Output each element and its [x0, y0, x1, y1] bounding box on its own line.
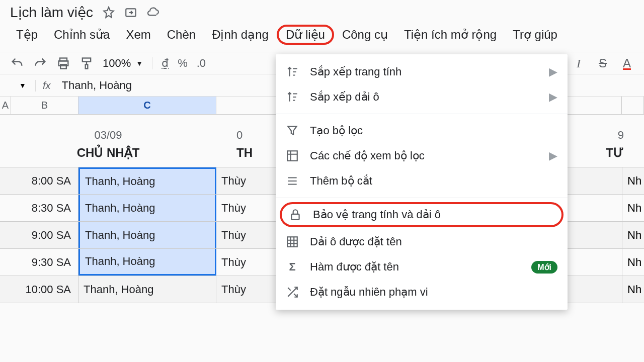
col-header-b[interactable]: B	[11, 97, 78, 114]
print-icon[interactable]	[56, 56, 70, 70]
time-cell[interactable]: 9:00 SA	[0, 222, 78, 248]
filter-icon	[286, 124, 299, 137]
menu-sort-range[interactable]: Sắp xếp dải ô ▶	[276, 84, 568, 110]
cloud-icon[interactable]	[146, 6, 159, 19]
name-cell[interactable]: Thanh, Hoàng	[78, 276, 216, 303]
filter-views-icon	[286, 149, 299, 162]
named-ranges-icon	[286, 235, 299, 248]
move-icon[interactable]	[124, 6, 137, 19]
col-header-a[interactable]: A	[0, 97, 11, 114]
zoom-dropdown[interactable]: 100% ▼	[103, 57, 143, 70]
day-header-sunday: 03/09 CHỦ NHẬT	[0, 129, 216, 160]
decimal-button[interactable]: .0	[197, 57, 206, 70]
menu-named-ranges[interactable]: Dải ô được đặt tên	[276, 229, 568, 254]
svg-rect-4	[83, 58, 91, 62]
submenu-arrow-icon: ▶	[549, 149, 557, 162]
name-cell[interactable]: Thanh, Hoàng	[78, 222, 216, 248]
slicer-icon	[286, 174, 299, 188]
name-cell[interactable]: Nh	[622, 195, 644, 221]
time-cell[interactable]: 8:00 SA	[0, 167, 78, 194]
submenu-arrow-icon: ▶	[549, 90, 557, 104]
redo-icon[interactable]	[33, 56, 47, 70]
col-header-c[interactable]: C	[78, 97, 216, 114]
svg-rect-6	[291, 214, 299, 220]
menu-extensions[interactable]: Tiện ích mở rộng	[396, 25, 505, 45]
data-menu-dropdown: Sắp xếp trang tính ▶ Sắp xếp dải ô ▶ Tạo…	[276, 54, 568, 310]
name-cell[interactable]: Nh	[622, 249, 644, 276]
new-badge: Mới	[531, 261, 557, 274]
document-title[interactable]: Lịch làm việc	[10, 4, 93, 21]
menu-named-functions[interactable]: Σ Hàm được đặt tên Mới	[276, 254, 568, 280]
name-cell[interactable]: Nh	[622, 276, 644, 303]
shuffle-icon	[286, 286, 299, 299]
name-cell[interactable]: Thanh, Hoàng	[78, 167, 216, 194]
day-header-partial-right: 9 TƯ	[606, 129, 644, 160]
menu-format[interactable]: Định dạng	[204, 25, 277, 45]
menu-filter-views[interactable]: Các chế độ xem bộ lọc ▶	[276, 143, 568, 168]
menu-data[interactable]: Dữ liệu	[277, 25, 334, 45]
day-header-partial-left: 0 TH	[236, 129, 253, 160]
menu-separator	[276, 198, 568, 198]
col-header-right[interactable]	[622, 97, 644, 114]
formula-input[interactable]: Thanh, Hoàng	[58, 79, 132, 92]
svg-rect-7	[287, 237, 297, 247]
time-cell[interactable]: 8:30 SA	[0, 195, 78, 221]
percent-button[interactable]: %	[178, 57, 188, 70]
text-color-icon[interactable]: A	[620, 56, 634, 70]
menu-view[interactable]: Xem	[118, 25, 158, 45]
name-cell[interactable]: Thanh, Hoàng	[78, 195, 216, 221]
menu-protect-sheets[interactable]: Bảo vệ trang tính và dải ô	[280, 202, 564, 227]
star-icon[interactable]	[102, 6, 115, 19]
menu-edit[interactable]: Chỉnh sửa	[46, 25, 118, 45]
menu-randomize-range[interactable]: Đặt ngẫu nhiên phạm vi	[276, 280, 568, 305]
title-bar: Lịch làm việc	[0, 0, 644, 23]
undo-icon[interactable]	[10, 56, 24, 70]
menu-help[interactable]: Trợ giúp	[505, 25, 566, 45]
menu-bar: Tệp Chỉnh sửa Xem Chèn Định dạng Dữ liệu…	[0, 23, 644, 52]
menu-create-filter[interactable]: Tạo bộ lọc	[276, 118, 568, 143]
fx-label: fx	[35, 80, 58, 92]
lock-icon	[289, 208, 302, 221]
time-cell[interactable]: 10:00 SA	[0, 276, 78, 303]
menu-file[interactable]: Tệp	[8, 25, 46, 45]
submenu-arrow-icon: ▶	[549, 65, 557, 78]
currency-button[interactable]: ₫	[162, 57, 169, 70]
strikethrough-icon[interactable]: S	[596, 56, 610, 70]
sort-range-icon	[286, 90, 299, 104]
svg-rect-5	[287, 151, 297, 161]
sigma-icon: Σ	[286, 260, 299, 274]
sort-sheet-icon	[286, 65, 299, 78]
name-cell[interactable]: Nh	[622, 167, 644, 194]
menu-tools[interactable]: Công cụ	[334, 25, 396, 45]
menu-add-slicer[interactable]: Thêm bộ cắt	[276, 168, 568, 194]
paint-format-icon[interactable]	[79, 56, 94, 70]
menu-separator	[276, 114, 568, 114]
time-cell[interactable]: 9:30 SA	[0, 249, 78, 276]
italic-icon[interactable]: I	[572, 56, 586, 70]
menu-sort-sheet[interactable]: Sắp xếp trang tính ▶	[276, 59, 568, 84]
name-cell[interactable]: Nh	[622, 222, 644, 248]
menu-insert[interactable]: Chèn	[159, 25, 204, 45]
name-cell[interactable]: Thanh, Hoàng	[78, 249, 216, 276]
name-box-dropdown[interactable]: ▼	[10, 81, 35, 89]
